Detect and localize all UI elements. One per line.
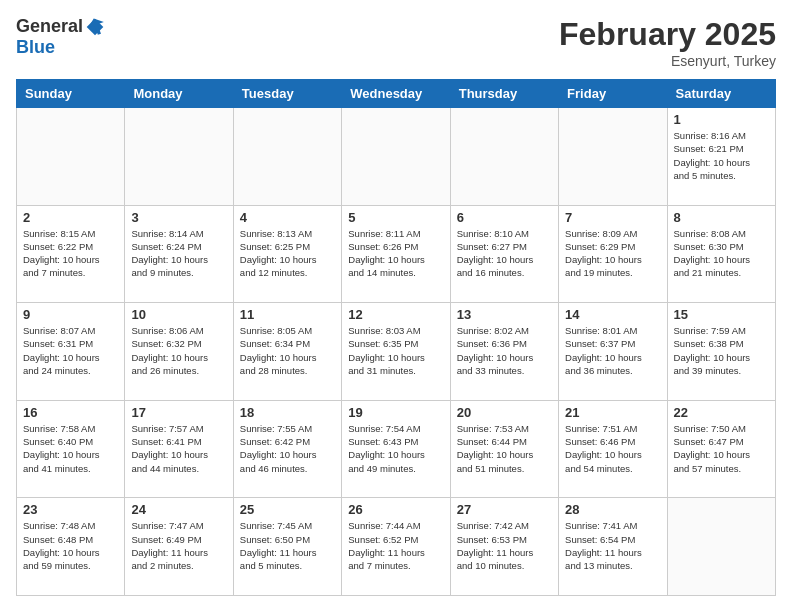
calendar-cell: 27Sunrise: 7:42 AM Sunset: 6:53 PM Dayli… — [450, 498, 558, 596]
col-thursday: Thursday — [450, 80, 558, 108]
day-info: Sunrise: 7:54 AM Sunset: 6:43 PM Dayligh… — [348, 422, 443, 475]
col-saturday: Saturday — [667, 80, 775, 108]
location: Esenyurt, Turkey — [559, 53, 776, 69]
day-info: Sunrise: 8:08 AM Sunset: 6:30 PM Dayligh… — [674, 227, 769, 280]
calendar-cell — [233, 108, 341, 206]
day-number: 15 — [674, 307, 769, 322]
col-friday: Friday — [559, 80, 667, 108]
calendar-header-row: Sunday Monday Tuesday Wednesday Thursday… — [17, 80, 776, 108]
day-number: 8 — [674, 210, 769, 225]
day-info: Sunrise: 8:16 AM Sunset: 6:21 PM Dayligh… — [674, 129, 769, 182]
calendar-cell — [450, 108, 558, 206]
day-info: Sunrise: 8:10 AM Sunset: 6:27 PM Dayligh… — [457, 227, 552, 280]
calendar-cell: 20Sunrise: 7:53 AM Sunset: 6:44 PM Dayli… — [450, 400, 558, 498]
calendar-cell: 14Sunrise: 8:01 AM Sunset: 6:37 PM Dayli… — [559, 303, 667, 401]
calendar-cell: 17Sunrise: 7:57 AM Sunset: 6:41 PM Dayli… — [125, 400, 233, 498]
calendar-week-0: 1Sunrise: 8:16 AM Sunset: 6:21 PM Daylig… — [17, 108, 776, 206]
day-number: 16 — [23, 405, 118, 420]
day-info: Sunrise: 8:14 AM Sunset: 6:24 PM Dayligh… — [131, 227, 226, 280]
calendar-cell: 10Sunrise: 8:06 AM Sunset: 6:32 PM Dayli… — [125, 303, 233, 401]
calendar-cell: 5Sunrise: 8:11 AM Sunset: 6:26 PM Daylig… — [342, 205, 450, 303]
calendar-week-3: 16Sunrise: 7:58 AM Sunset: 6:40 PM Dayli… — [17, 400, 776, 498]
col-sunday: Sunday — [17, 80, 125, 108]
day-number: 11 — [240, 307, 335, 322]
header: General Blue February 2025 Esenyurt, Tur… — [16, 16, 776, 69]
calendar-cell: 9Sunrise: 8:07 AM Sunset: 6:31 PM Daylig… — [17, 303, 125, 401]
day-info: Sunrise: 8:03 AM Sunset: 6:35 PM Dayligh… — [348, 324, 443, 377]
logo-icon — [85, 17, 105, 37]
calendar-cell: 12Sunrise: 8:03 AM Sunset: 6:35 PM Dayli… — [342, 303, 450, 401]
day-number: 4 — [240, 210, 335, 225]
day-info: Sunrise: 8:13 AM Sunset: 6:25 PM Dayligh… — [240, 227, 335, 280]
calendar-cell: 1Sunrise: 8:16 AM Sunset: 6:21 PM Daylig… — [667, 108, 775, 206]
day-info: Sunrise: 7:55 AM Sunset: 6:42 PM Dayligh… — [240, 422, 335, 475]
day-number: 24 — [131, 502, 226, 517]
day-info: Sunrise: 7:53 AM Sunset: 6:44 PM Dayligh… — [457, 422, 552, 475]
calendar-cell: 4Sunrise: 8:13 AM Sunset: 6:25 PM Daylig… — [233, 205, 341, 303]
day-info: Sunrise: 7:58 AM Sunset: 6:40 PM Dayligh… — [23, 422, 118, 475]
calendar-cell — [559, 108, 667, 206]
calendar-cell: 21Sunrise: 7:51 AM Sunset: 6:46 PM Dayli… — [559, 400, 667, 498]
calendar-cell: 25Sunrise: 7:45 AM Sunset: 6:50 PM Dayli… — [233, 498, 341, 596]
day-info: Sunrise: 8:06 AM Sunset: 6:32 PM Dayligh… — [131, 324, 226, 377]
day-info: Sunrise: 7:57 AM Sunset: 6:41 PM Dayligh… — [131, 422, 226, 475]
day-number: 28 — [565, 502, 660, 517]
day-number: 14 — [565, 307, 660, 322]
page: General Blue February 2025 Esenyurt, Tur… — [0, 0, 792, 612]
title-section: February 2025 Esenyurt, Turkey — [559, 16, 776, 69]
calendar-cell — [17, 108, 125, 206]
day-number: 21 — [565, 405, 660, 420]
day-number: 1 — [674, 112, 769, 127]
calendar-cell: 7Sunrise: 8:09 AM Sunset: 6:29 PM Daylig… — [559, 205, 667, 303]
day-number: 23 — [23, 502, 118, 517]
day-info: Sunrise: 7:47 AM Sunset: 6:49 PM Dayligh… — [131, 519, 226, 572]
day-info: Sunrise: 7:44 AM Sunset: 6:52 PM Dayligh… — [348, 519, 443, 572]
day-number: 12 — [348, 307, 443, 322]
day-number: 22 — [674, 405, 769, 420]
day-number: 25 — [240, 502, 335, 517]
day-number: 3 — [131, 210, 226, 225]
day-number: 5 — [348, 210, 443, 225]
calendar-cell: 13Sunrise: 8:02 AM Sunset: 6:36 PM Dayli… — [450, 303, 558, 401]
day-info: Sunrise: 8:01 AM Sunset: 6:37 PM Dayligh… — [565, 324, 660, 377]
calendar-cell: 23Sunrise: 7:48 AM Sunset: 6:48 PM Dayli… — [17, 498, 125, 596]
col-tuesday: Tuesday — [233, 80, 341, 108]
day-info: Sunrise: 8:09 AM Sunset: 6:29 PM Dayligh… — [565, 227, 660, 280]
logo: General Blue — [16, 16, 105, 58]
day-number: 13 — [457, 307, 552, 322]
calendar-cell: 6Sunrise: 8:10 AM Sunset: 6:27 PM Daylig… — [450, 205, 558, 303]
logo-general: General — [16, 16, 83, 37]
day-info: Sunrise: 7:48 AM Sunset: 6:48 PM Dayligh… — [23, 519, 118, 572]
calendar-cell: 2Sunrise: 8:15 AM Sunset: 6:22 PM Daylig… — [17, 205, 125, 303]
day-number: 17 — [131, 405, 226, 420]
calendar-cell: 24Sunrise: 7:47 AM Sunset: 6:49 PM Dayli… — [125, 498, 233, 596]
day-info: Sunrise: 8:02 AM Sunset: 6:36 PM Dayligh… — [457, 324, 552, 377]
logo-blue: Blue — [16, 37, 55, 58]
day-number: 19 — [348, 405, 443, 420]
calendar-cell: 8Sunrise: 8:08 AM Sunset: 6:30 PM Daylig… — [667, 205, 775, 303]
day-info: Sunrise: 7:42 AM Sunset: 6:53 PM Dayligh… — [457, 519, 552, 572]
day-info: Sunrise: 7:59 AM Sunset: 6:38 PM Dayligh… — [674, 324, 769, 377]
day-info: Sunrise: 7:51 AM Sunset: 6:46 PM Dayligh… — [565, 422, 660, 475]
day-info: Sunrise: 7:50 AM Sunset: 6:47 PM Dayligh… — [674, 422, 769, 475]
calendar-week-1: 2Sunrise: 8:15 AM Sunset: 6:22 PM Daylig… — [17, 205, 776, 303]
day-info: Sunrise: 7:41 AM Sunset: 6:54 PM Dayligh… — [565, 519, 660, 572]
col-monday: Monday — [125, 80, 233, 108]
day-number: 7 — [565, 210, 660, 225]
day-number: 9 — [23, 307, 118, 322]
day-number: 18 — [240, 405, 335, 420]
month-title: February 2025 — [559, 16, 776, 53]
day-info: Sunrise: 8:05 AM Sunset: 6:34 PM Dayligh… — [240, 324, 335, 377]
calendar-cell — [667, 498, 775, 596]
calendar-cell: 19Sunrise: 7:54 AM Sunset: 6:43 PM Dayli… — [342, 400, 450, 498]
calendar-cell: 15Sunrise: 7:59 AM Sunset: 6:38 PM Dayli… — [667, 303, 775, 401]
day-number: 6 — [457, 210, 552, 225]
calendar-cell: 18Sunrise: 7:55 AM Sunset: 6:42 PM Dayli… — [233, 400, 341, 498]
calendar-week-4: 23Sunrise: 7:48 AM Sunset: 6:48 PM Dayli… — [17, 498, 776, 596]
calendar-cell: 22Sunrise: 7:50 AM Sunset: 6:47 PM Dayli… — [667, 400, 775, 498]
calendar-cell: 26Sunrise: 7:44 AM Sunset: 6:52 PM Dayli… — [342, 498, 450, 596]
day-info: Sunrise: 8:07 AM Sunset: 6:31 PM Dayligh… — [23, 324, 118, 377]
day-number: 26 — [348, 502, 443, 517]
calendar-week-2: 9Sunrise: 8:07 AM Sunset: 6:31 PM Daylig… — [17, 303, 776, 401]
day-number: 27 — [457, 502, 552, 517]
